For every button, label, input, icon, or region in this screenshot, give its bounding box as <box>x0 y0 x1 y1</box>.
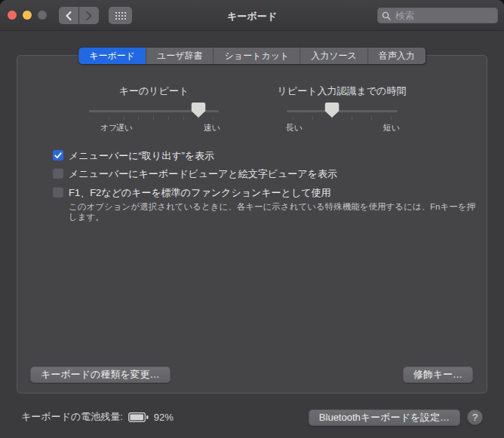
battery-percent: 92% <box>154 412 174 423</box>
forward-button-disabled[interactable] <box>79 7 99 24</box>
checkbox-row-keyboard-viewers[interactable]: メニューバーにキーボードビューアと絵文字ビューアを表示 <box>53 168 337 179</box>
slider-thumb-icon <box>325 103 340 118</box>
close-window-button[interactable] <box>8 11 17 20</box>
slider-tick <box>312 116 313 120</box>
title-bar: キーボード <box>0 0 504 31</box>
show-all-preferences-button[interactable] <box>109 7 132 24</box>
chevron-right-icon <box>86 11 92 20</box>
battery-status: キーボードの電池残量: 92% <box>21 410 174 424</box>
checkbox-keyboard-viewers[interactable] <box>53 168 63 179</box>
checkbox-show-eject[interactable] <box>53 150 63 161</box>
slider-tick <box>138 116 139 120</box>
key-repeat-slider-thumb[interactable] <box>192 103 206 121</box>
search-input[interactable] <box>394 10 493 22</box>
function-keys-description: このオプションが選択されているときに、各キーに示されている特殊機能を使用するには… <box>69 201 482 222</box>
back-button[interactable] <box>59 7 78 24</box>
tab-shortcuts[interactable]: ショートカット <box>214 47 300 64</box>
search-icon <box>382 11 391 20</box>
checkbox-label[interactable]: F1、F2などのキーを標準のファンクションキーとして使用 <box>69 187 331 198</box>
battery-icon <box>128 412 149 422</box>
keyboard-settings-pane <box>17 55 487 394</box>
slider-tick <box>391 116 392 120</box>
search-field[interactable] <box>377 8 498 23</box>
key-repeat-label-fast: 速い <box>204 122 220 133</box>
checkbox-row-show-eject[interactable]: メニューバーに“取り出す”を表示 <box>53 150 214 161</box>
minimize-window-button[interactable] <box>23 11 32 20</box>
repeat-delay-slider-thumb[interactable] <box>325 103 340 121</box>
slider-tick <box>124 116 124 120</box>
repeat-delay-slider-title: リピート入力認識までの時間 <box>278 84 407 98</box>
tab-keyboard[interactable]: キーボード <box>78 47 146 64</box>
slider-tick <box>371 116 372 120</box>
checkbox-label[interactable]: メニューバーにキーボードビューアと絵文字ビューアを表示 <box>69 168 337 179</box>
zoom-window-button-disabled <box>38 11 47 20</box>
battery-label: キーボードの電池残量: <box>21 410 123 424</box>
change-keyboard-type-button[interactable]: キーボードの種類を変更… <box>30 366 171 383</box>
slider-thumb-icon <box>192 103 206 118</box>
grid-icon <box>115 12 126 20</box>
tab-dictation[interactable]: 音声入力 <box>367 47 426 64</box>
repeat-delay-label-short: 短い <box>383 122 400 133</box>
preference-tabs: キーボード ユーザ辞書 ショートカット 入力ソース 音声入力 <box>78 47 426 64</box>
checkbox-row-function-keys[interactable]: F1、F2などのキーを標準のファンクションキーとして使用 <box>53 187 331 198</box>
slider-tick <box>109 116 109 120</box>
help-button[interactable]: ? <box>467 409 483 425</box>
navigation-buttons <box>59 7 99 24</box>
modifier-keys-button[interactable]: 修飾キー… <box>403 366 473 383</box>
repeat-delay-slider-ticks <box>293 116 392 120</box>
slider-tick <box>352 116 352 120</box>
checkbox-function-keys[interactable] <box>53 187 63 198</box>
slider-tick <box>183 116 184 120</box>
slider-tick <box>293 116 293 120</box>
slider-tick <box>168 116 169 120</box>
setup-bluetooth-keyboard-button[interactable]: Bluetoothキーボードを設定… <box>309 409 460 426</box>
checkbox-label[interactable]: メニューバーに“取り出す”を表示 <box>69 150 214 161</box>
checkmark-icon <box>53 150 63 161</box>
slider-tick <box>153 116 154 120</box>
key-repeat-label-slow: 遅い <box>116 122 133 133</box>
slider-tick <box>213 116 214 120</box>
key-repeat-label-off: オフ <box>100 122 118 133</box>
key-repeat-slider-title: キーのリピート <box>119 84 189 98</box>
tab-user-dictionary[interactable]: ユーザ辞書 <box>146 47 214 64</box>
chevron-left-icon <box>66 11 72 20</box>
tab-input-sources[interactable]: 入力ソース <box>300 47 367 64</box>
repeat-delay-label-long: 長い <box>286 122 303 133</box>
repeat-delay-slider-track[interactable] <box>287 110 398 112</box>
keyboard-preferences-window: キーボード <box>0 0 504 438</box>
